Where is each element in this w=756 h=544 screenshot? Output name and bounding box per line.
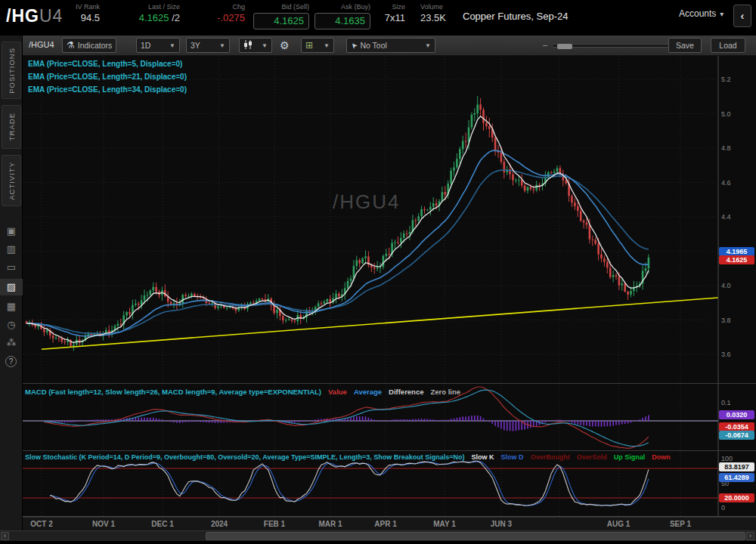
macd-legend-difference: Difference (389, 388, 423, 396)
price-axis-tick: 3.8 (721, 317, 731, 324)
price-axis-tick: 5.0 (721, 110, 731, 118)
stoch-axis-tick: 0 (721, 504, 725, 512)
time-axis-label: FEB 1 (258, 520, 291, 528)
time-axis-label: APR 1 (369, 520, 402, 528)
price-axis-tick: 4.8 (721, 144, 731, 152)
stoch-legend-upsignal: Up Signal (614, 453, 646, 461)
macd-label: MACD (Fast length=12, Slow length=26, MA… (25, 388, 321, 396)
price-axis-tick: 5.2 (721, 76, 731, 83)
time-axis-label: JUN 3 (485, 520, 518, 528)
time-axis-label: OCT 2 (25, 520, 58, 528)
stoch-legend-overbought: OverBought (531, 453, 570, 461)
scroll-right-arrow[interactable]: › (746, 532, 754, 540)
price-axis-tick: 3.6 (721, 351, 731, 358)
stoch-legend-slowk: Slow K (472, 453, 494, 461)
price-axis-tick: 4.0 (721, 282, 731, 289)
axis-value-bubble: 83.8197 (719, 462, 754, 471)
price-axis-tick: 4.4 (721, 213, 731, 221)
macd-legend-zeroline: Zero line (431, 388, 461, 396)
stoch-study-label[interactable]: Slow Stochastic (K Period=14, D Period=9… (25, 453, 671, 461)
trading-platform-window: /HGU4 IV Rank 94.5 Last / Size 4.1625 /2… (0, 0, 756, 544)
time-axis-label: 2024 (203, 520, 236, 528)
scroll-left-arrow[interactable]: ‹ (1, 532, 9, 540)
macd-legend-average: Average (354, 388, 382, 396)
axis-value-bubble: 4.1625 (719, 255, 754, 264)
price-study-labels: EMA (Price=CLOSE, Length=5, Displace=0) … (28, 57, 187, 96)
price-axis-tick: 4.6 (721, 179, 731, 187)
ema5-study-label[interactable]: EMA (Price=CLOSE, Length=5, Displace=0) (28, 57, 187, 70)
stoch-legend-downsignal: Down (652, 453, 671, 461)
axis-value-bubble: 0.0320 (719, 410, 754, 419)
time-axis-label: DEC 1 (146, 520, 179, 528)
macd-study-label[interactable]: MACD (Fast length=12, Slow length=26, MA… (25, 388, 460, 396)
ema21-study-label[interactable]: EMA (Price=CLOSE, Length=21, Displace=0) (28, 70, 187, 83)
time-axis-label: SEP 1 (664, 520, 697, 528)
macd-legend-value: Value (328, 388, 347, 396)
axis-value-bubble: -0.0674 (719, 431, 754, 440)
scrollbar-handle[interactable] (206, 532, 745, 540)
symbol-watermark: /HGU4 (333, 190, 400, 214)
stoch-axis-tick: 100 (721, 455, 733, 462)
time-axis-label: MAR 1 (314, 520, 347, 528)
stoch-label: Slow Stochastic (K Period=14, D Period=9… (25, 453, 465, 461)
time-axis[interactable]: OCT 2NOV 1DEC 12024FEB 1MAR 1APR 1MAY 1J… (23, 517, 756, 530)
chart-scrollbar: ‹ › (0, 530, 756, 541)
time-axis-label: NOV 1 (87, 520, 120, 528)
stoch-legend-oversold: OverSold (577, 453, 607, 461)
axis-value-bubble: 61.4289 (719, 473, 754, 482)
axis-value-bubble: 20.0000 (719, 493, 754, 502)
ema34-study-label[interactable]: EMA (Price=CLOSE, Length=34, Displace=0) (28, 83, 187, 96)
stoch-legend-slowd: Slow D (501, 453, 524, 461)
time-axis-label: MAY 1 (428, 520, 461, 528)
time-axis-label: AUG 1 (602, 520, 635, 528)
macd-axis-tick: 0.1 (721, 399, 731, 406)
